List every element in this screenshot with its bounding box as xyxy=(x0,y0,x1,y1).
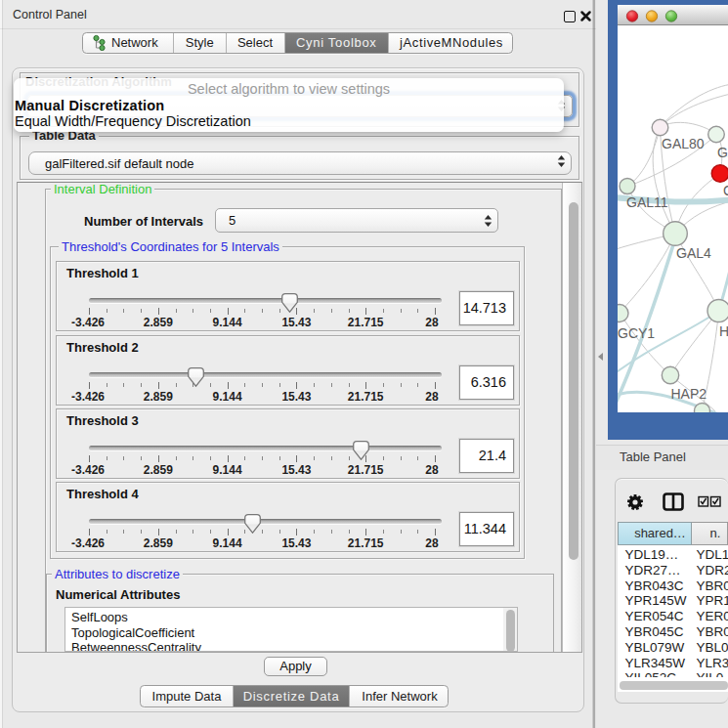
svg-text:GAL4: GAL4 xyxy=(676,245,711,261)
svg-text:C: C xyxy=(723,183,728,198)
svg-text:GAL11: GAL11 xyxy=(626,193,668,209)
svg-text:GA: GA xyxy=(717,145,728,160)
svg-text:H: H xyxy=(719,323,728,339)
svg-text:GCY1: GCY1 xyxy=(618,324,655,340)
svg-text:GAL80: GAL80 xyxy=(662,135,705,150)
svg-text:HAP2: HAP2 xyxy=(670,385,707,401)
